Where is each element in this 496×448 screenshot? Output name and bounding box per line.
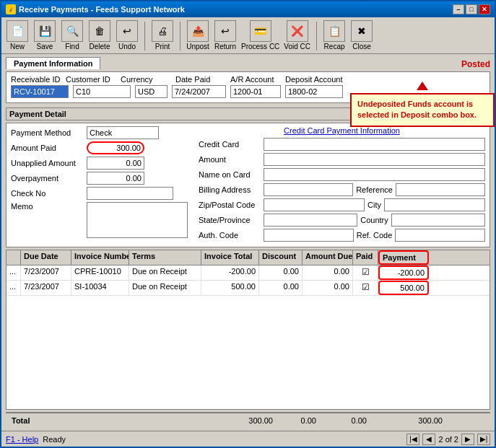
new-button[interactable]: 📄 New [6, 20, 29, 50]
save-label: Save [37, 43, 53, 50]
delete-label: Delete [90, 43, 110, 50]
check-no-row: Check No [11, 187, 191, 200]
delete-button[interactable]: 🗑 Delete [88, 20, 111, 50]
void-cc-button[interactable]: ❌ Void CC [284, 20, 310, 50]
return-label: Return [214, 43, 236, 50]
cc-billing-label: Billing Address [199, 185, 264, 194]
minimize-button[interactable]: – [453, 4, 464, 14]
cc-name-field[interactable] [264, 168, 485, 181]
unpost-label: Unpost [186, 43, 209, 50]
cc-zip-label: Zip/Postal Code [199, 201, 264, 209]
new-label: New [10, 43, 25, 50]
ar-account-label: A/R Account [230, 75, 281, 84]
app-icon: 💰 [6, 4, 16, 14]
cc-auth-field[interactable] [264, 229, 354, 242]
toolbar-separator-1 [144, 22, 145, 50]
row1-dots[interactable]: ... [6, 265, 21, 280]
row1-invoice: CPRE-10010 [71, 265, 129, 280]
title-bar: 💰 Receive Payments - Feeds Support Netwo… [1, 1, 495, 17]
maximize-button[interactable]: □ [466, 4, 477, 14]
country-field[interactable] [391, 214, 485, 227]
ar-account-field[interactable] [230, 85, 281, 98]
unapplied-field[interactable] [87, 157, 144, 170]
process-cc-icon: 💳 [250, 20, 271, 42]
row2-discount: 0.00 [259, 281, 303, 295]
payment-method-row: Payment Method [11, 126, 191, 139]
row2-paid[interactable]: ☑ [353, 281, 378, 295]
reference-field[interactable] [396, 183, 485, 196]
print-icon: 🖨 [152, 20, 173, 42]
cc-zip-row: Zip/Postal Code City [199, 198, 485, 211]
save-icon: 💾 [34, 20, 56, 42]
process-cc-button[interactable]: 💳 Process CC [241, 20, 279, 50]
cc-state-field[interactable] [264, 214, 357, 227]
memo-field[interactable] [87, 202, 188, 238]
row1-payment: -200.00 [378, 265, 429, 280]
ref-code-field[interactable] [395, 229, 485, 242]
total-discount: 0.00 [276, 415, 319, 426]
payment-right-col: Credit Card Payment Information Credit C… [199, 126, 485, 244]
unpost-button[interactable]: 📤 Unpost [186, 20, 209, 50]
header-values-row: Undeposited Funds account is selected in… [11, 85, 485, 98]
row2-total: 500.00 [201, 281, 259, 295]
unpost-icon: 📤 [187, 20, 209, 42]
prev-record-button[interactable]: ◀ [422, 434, 435, 445]
page-indicator: 2 of 2 [438, 435, 458, 444]
amount-paid-field[interactable] [87, 141, 144, 154]
last-record-button[interactable]: ▶| [477, 434, 490, 445]
check-no-field[interactable] [87, 187, 173, 200]
city-field[interactable] [384, 198, 485, 211]
deposit-account-field[interactable] [285, 85, 343, 98]
total-paid-spacer [370, 415, 395, 426]
grid-col-paid: Paid [353, 250, 378, 265]
help-link[interactable]: F1 - Help [6, 435, 38, 444]
overpayment-row: Overpayment [11, 172, 191, 185]
next-record-button[interactable]: ▶ [461, 434, 474, 445]
save-button[interactable]: 💾 Save [33, 20, 56, 50]
close-button[interactable]: ✖ Close [350, 20, 373, 50]
undo-button[interactable]: ↩ Undo [116, 20, 139, 50]
print-button[interactable]: 🖨 Print [151, 20, 174, 50]
date-paid-label: Date Paid [175, 75, 226, 84]
find-button[interactable]: 🔍 Find [61, 20, 84, 50]
reference-label: Reference [356, 185, 393, 194]
cc-billing-row: Billing Address Reference [199, 183, 485, 196]
city-label: City [367, 201, 381, 209]
customer-id-field[interactable] [73, 85, 131, 98]
overpayment-label: Overpayment [11, 174, 87, 183]
cc-zip-field[interactable] [264, 198, 365, 211]
cc-billing-field[interactable] [264, 183, 353, 196]
close-window-button[interactable]: ✕ [479, 4, 490, 14]
toolbar-separator-2 [180, 22, 180, 50]
return-button[interactable]: ↩ Return [214, 20, 237, 50]
first-record-button[interactable]: |◀ [406, 434, 419, 445]
row2-due-date: 7/23/2007 [21, 281, 71, 295]
overpayment-field[interactable] [87, 172, 144, 185]
header-fields-panel: Receivable ID Customer ID Currency Date … [6, 71, 490, 103]
payment-method-label: Payment Method [11, 128, 87, 137]
cc-amount-field[interactable] [264, 153, 485, 166]
cc-auth-label: Auth. Code [199, 231, 264, 240]
recap-button[interactable]: 📋 Recap [323, 20, 346, 50]
receivable-id-group: Receivable ID [11, 75, 61, 84]
grid-col-terms: Terms [129, 250, 201, 265]
country-label: Country [360, 216, 388, 224]
tab-payment-information[interactable]: Payment Information [6, 57, 100, 69]
row1-due-date: 7/23/2007 [21, 265, 71, 280]
find-icon: 🔍 [61, 20, 83, 42]
cc-card-field[interactable] [264, 138, 485, 151]
row2-dots[interactable]: ... [6, 281, 21, 295]
currency-field[interactable] [135, 85, 167, 98]
void-cc-label: Void CC [284, 43, 310, 50]
receivable-id-field[interactable] [11, 85, 69, 98]
grid-col-due-date: Due Date [21, 250, 71, 265]
ref-code-label: Ref. Code [357, 231, 393, 240]
total-invoice-total: 300.00 [218, 415, 276, 426]
tooltip-text: Undeposited Funds account is selected in… [350, 93, 495, 127]
payment-method-field[interactable] [87, 126, 159, 139]
delete-icon: 🗑 [89, 20, 110, 42]
date-paid-field[interactable] [172, 85, 226, 98]
arrow-up-icon [417, 82, 428, 90]
invoice-grid: Due Date Invoice Number Terms Invoice To… [6, 250, 490, 410]
row1-paid[interactable]: ☑ [353, 265, 378, 280]
